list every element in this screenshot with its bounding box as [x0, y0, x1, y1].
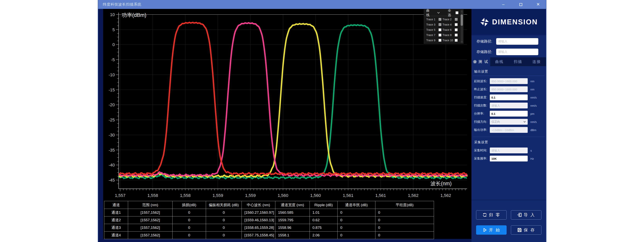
- svg-text:1,559: 1,559: [245, 193, 256, 198]
- channel-name-cell: 通道1: [104, 209, 128, 216]
- scan-direction-select[interactable]: 仅正向: [490, 119, 528, 125]
- select-all-checkbox[interactable]: ✓: [456, 12, 458, 14]
- svg-text:0: 0: [112, 42, 115, 47]
- trace-checkbox[interactable]: ✓: [455, 39, 458, 42]
- form-row: 起始波长:nm: [472, 77, 546, 85]
- trace-label: Trace 9: [426, 39, 437, 42]
- legend-trace-item: Trace 9✓: [426, 38, 442, 42]
- trace-checkbox[interactable]: ✓: [455, 23, 458, 26]
- svg-text:10: 10: [110, 12, 115, 17]
- storage-path-input[interactable]: [496, 49, 538, 55]
- tab-curve[interactable]: 曲线: [490, 57, 509, 66]
- field-unit: nm/s: [530, 96, 537, 99]
- legend-trace-item: Trace 8✓: [442, 33, 459, 37]
- reset-button[interactable]: 归 零: [476, 210, 506, 219]
- scroll-up-icon[interactable]: ︿: [461, 10, 463, 12]
- reset-icon: [482, 212, 487, 217]
- storage-path-row: 存储路径:: [472, 38, 546, 45]
- field-input[interactable]: [490, 94, 528, 100]
- table-cell: 0: [376, 209, 434, 216]
- table-cell: 0: [172, 224, 206, 231]
- form-row: 扫描次数:nm/s: [472, 101, 546, 109]
- field-input[interactable]: [490, 86, 528, 92]
- trace-label: Trace 4: [442, 23, 453, 26]
- table-cell: 0: [206, 224, 242, 231]
- svg-text:1,562: 1,562: [440, 193, 451, 198]
- save-button[interactable]: 保 存: [511, 225, 542, 235]
- table-cell: [1560.27,1560.97]: [242, 209, 275, 216]
- trace-checkbox[interactable]: ✓: [438, 18, 441, 21]
- scroll-down-icon[interactable]: ﹀: [461, 41, 463, 43]
- tab-test[interactable]: 测 试: [472, 57, 490, 66]
- legend-trace-item: Trace 5✓: [426, 28, 442, 32]
- form-row: 扫描速度:nm/s: [472, 93, 546, 101]
- table-cell: [1557,1562]: [128, 224, 172, 231]
- channel-results-table: 通道范围 (nm)插损(dB)偏振相关损耗 (dB)中心波长 (nm)通道宽度 …: [104, 201, 434, 239]
- field-input[interactable]: [490, 111, 528, 116]
- field-input[interactable]: [490, 156, 528, 162]
- trace-label: Trace 1: [426, 18, 437, 21]
- trace-label: Trace 8: [442, 34, 453, 37]
- trace-legend-panel: 曲线 全选 ✓ Trace 1✓Trace 2✓Trace 3✓Trace 4✓…: [424, 9, 464, 44]
- field-unit: pm: [530, 112, 534, 115]
- chevron-down-icon[interactable]: [437, 11, 440, 14]
- minimize-button[interactable]: –: [499, 1, 508, 8]
- close-button[interactable]: ✕: [534, 1, 542, 8]
- control-sidebar: DIMENSION 存储路径:存储路径: 测 试曲线扫描连接 输出设置起始波长:…: [472, 9, 546, 242]
- legend-trace-item: Trace 3✓: [426, 23, 442, 27]
- table-row: 通道1[1557,1562]00[1560.27,1560.97]1560.58…: [104, 209, 434, 216]
- table-cell: 1.01: [310, 209, 338, 216]
- table-cell: 1559.795: [275, 216, 310, 224]
- trace-checkbox[interactable]: ✓: [438, 23, 441, 26]
- trace-checkbox[interactable]: ✓: [455, 34, 458, 36]
- field-input[interactable]: [490, 148, 528, 153]
- channel-name-cell: 通道3: [104, 224, 128, 231]
- svg-text:1,558: 1,558: [180, 193, 190, 198]
- y-axis-title: 功率(dBm): [122, 12, 146, 19]
- trace-checkbox[interactable]: ✓: [438, 34, 441, 36]
- table-header-cell: 通道宽度 (nm): [275, 201, 310, 209]
- svg-text:-5: -5: [111, 57, 115, 62]
- settings-form: 输出设置起始波长:nm终止波长:nm扫描速度:nm/s扫描次数:nm/s分辨率:…: [472, 66, 546, 163]
- button-label: 归 零: [489, 212, 501, 218]
- field-label: 输出功率:: [474, 128, 490, 132]
- svg-text:-20: -20: [108, 102, 115, 107]
- tab-connect[interactable]: 连接: [528, 57, 546, 66]
- form-row: 扫描方向:仅正向nm/s: [472, 118, 546, 126]
- storage-path-label: 存储路径:: [476, 49, 496, 54]
- legend-scrollbar-thumb[interactable]: [461, 15, 463, 26]
- table-row: 通道2[1557,1562]00[1559.46,1560.13]1559.79…: [104, 216, 434, 224]
- trace-checkbox[interactable]: ✓: [455, 29, 458, 31]
- table-cell: 0: [338, 224, 376, 231]
- button-label: 保 存: [524, 227, 536, 233]
- trace-label: Trace 3: [426, 23, 437, 26]
- table-cell: 1558.1: [275, 231, 310, 239]
- storage-path-input[interactable]: [496, 38, 538, 45]
- field-input[interactable]: [490, 103, 528, 108]
- field-input[interactable]: [490, 78, 528, 84]
- trace-checkbox[interactable]: ✓: [438, 39, 441, 42]
- table-header-cell: 插损(dB): [172, 201, 206, 209]
- tab-scan[interactable]: 扫描: [509, 57, 528, 66]
- svg-text:1,557: 1,557: [115, 193, 126, 198]
- table-cell: 0: [376, 231, 434, 239]
- channel-name-cell: 通道4: [104, 231, 128, 239]
- table-cell: 0: [338, 231, 376, 239]
- field-unit: s: [530, 149, 532, 152]
- field-label: 扫描速度:: [474, 95, 490, 99]
- screenshot-root: 纬度科技波长扫描系统 – ✕ 1050-5-10-15-20-25-30-35-…: [0, 0, 644, 242]
- trace-checkbox[interactable]: ✓: [455, 18, 458, 21]
- svg-text:-35: -35: [108, 148, 115, 153]
- import-icon: [517, 212, 522, 217]
- legend-trace-item: Trace 7✓: [426, 33, 442, 37]
- table-cell: 0.62: [310, 216, 338, 224]
- import-button[interactable]: 导 入: [511, 210, 542, 219]
- field-input[interactable]: [490, 127, 528, 133]
- trace-checkbox[interactable]: ✓: [438, 29, 441, 31]
- svg-text:-30: -30: [108, 133, 115, 138]
- start-button[interactable]: 开 始: [476, 225, 506, 235]
- table-header-row: 通道范围 (nm)插损(dB)偏振相关损耗 (dB)中心波长 (nm)通道宽度 …: [104, 201, 434, 209]
- chart-zone: 1050-5-10-15-20-25-30-35-40-451,5571,558…: [98, 9, 472, 242]
- table-cell: 0: [206, 209, 242, 216]
- maximize-button[interactable]: [516, 1, 525, 8]
